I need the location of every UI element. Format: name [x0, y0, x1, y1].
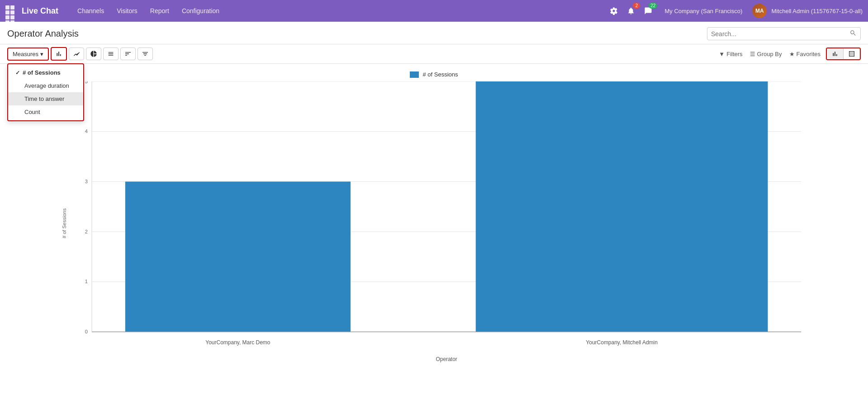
- check-icon: ✓: [15, 70, 20, 76]
- svg-text:5: 5: [85, 81, 88, 84]
- measures-item-label: # of Sessions: [23, 69, 61, 76]
- sort-asc-button[interactable]: [120, 48, 136, 60]
- bar-marc-demo[interactable]: [125, 181, 351, 332]
- legend-label-sessions: # of Sessions: [422, 71, 458, 78]
- measures-item-time-answer[interactable]: Time to answer: [8, 92, 83, 105]
- measures-dropdown: ✓ # of Sessions Average duration Time to…: [7, 63, 84, 121]
- avatar[interactable]: MA: [752, 4, 767, 18]
- search-bar: [707, 27, 861, 40]
- nav-configuration[interactable]: Configuration: [175, 0, 226, 22]
- filter-group: ▼ Filters ☰ Group By ★ Favorites: [719, 51, 821, 57]
- pie-chart-button[interactable]: [86, 48, 101, 60]
- measures-button[interactable]: Measures ▾: [7, 48, 49, 61]
- group-by-button[interactable]: ☰ Group By: [750, 51, 782, 57]
- sort-desc-button[interactable]: [138, 48, 153, 60]
- page-header: Operator Analysis: [0, 22, 868, 44]
- app-grid-icon[interactable]: [5, 5, 16, 16]
- main-nav: Channels Visitors Report Configuration: [71, 0, 226, 22]
- page-title: Operator Analysis: [7, 29, 79, 39]
- company-name: My Company (San Francisco): [664, 8, 742, 14]
- measures-item-count[interactable]: Count: [8, 105, 83, 119]
- table-view-button[interactable]: [843, 48, 860, 59]
- notifications-badge: 2: [633, 3, 640, 9]
- svg-text:3: 3: [85, 179, 88, 184]
- messages-icon[interactable]: 22: [642, 5, 655, 17]
- bar-chart-button[interactable]: [51, 47, 67, 61]
- chevron-down-icon: ▾: [40, 51, 43, 57]
- notifications-icon[interactable]: 2: [625, 5, 637, 17]
- toolbar: Measures ▾ ▼ Filters ☰ Group By ★: [0, 44, 868, 64]
- measures-item-label: Time to answer: [24, 95, 64, 102]
- navbar: Live Chat Channels Visitors Report Confi…: [0, 0, 868, 22]
- measures-item-avg-duration[interactable]: Average duration: [8, 79, 83, 92]
- bar-view-button[interactable]: [827, 48, 843, 59]
- app-title[interactable]: Live Chat: [22, 6, 58, 16]
- measures-label: Measures: [13, 51, 38, 57]
- legend-color-sessions: [410, 71, 419, 78]
- chart-svg: # of Sessions 0 1 2 3 4 5 YourCompany, M…: [7, 81, 861, 365]
- view-buttons: [826, 48, 861, 60]
- svg-text:2: 2: [85, 229, 88, 234]
- svg-text:1: 1: [85, 279, 88, 284]
- line-chart-button[interactable]: [69, 48, 84, 60]
- svg-text:4: 4: [85, 128, 88, 134]
- navbar-icons: 2 22 My Company (San Francisco) MA Mitch…: [607, 4, 863, 18]
- messages-badge: 22: [649, 3, 657, 9]
- measures-item-label: Average duration: [24, 82, 69, 89]
- filter-icon: ▼: [719, 51, 725, 57]
- settings-icon[interactable]: [607, 5, 620, 17]
- svg-text:YourCompany, Mitchell Admin: YourCompany, Mitchell Admin: [586, 339, 658, 346]
- favorites-label: Favorites: [797, 51, 821, 57]
- nav-visitors[interactable]: Visitors: [110, 0, 144, 22]
- nav-report[interactable]: Report: [144, 0, 175, 22]
- search-input[interactable]: [711, 30, 849, 38]
- svg-text:Operator: Operator: [436, 356, 457, 362]
- svg-text:YourCompany, Marc Demo: YourCompany, Marc Demo: [205, 339, 270, 346]
- nav-channels[interactable]: Channels: [71, 0, 110, 22]
- stack-button[interactable]: [103, 48, 119, 60]
- filters-button[interactable]: ▼ Filters: [719, 51, 742, 57]
- chart-legend: # of Sessions: [7, 71, 861, 78]
- filters-label: Filters: [726, 51, 742, 57]
- svg-text:0: 0: [85, 329, 88, 334]
- measures-item-sessions[interactable]: ✓ # of Sessions: [8, 66, 83, 79]
- bar-mitchell-admin[interactable]: [476, 81, 768, 332]
- favorites-button[interactable]: ★ Favorites: [789, 51, 821, 57]
- group-by-label: Group By: [757, 51, 782, 57]
- group-by-icon: ☰: [750, 51, 755, 57]
- search-icon: [849, 29, 857, 38]
- toolbar-right: ▼ Filters ☰ Group By ★ Favorites: [719, 48, 861, 60]
- star-icon: ★: [789, 51, 795, 57]
- user-name: Mitchell Admin (11576767-15-0-all): [771, 8, 863, 14]
- measures-item-label: Count: [24, 109, 40, 115]
- svg-text:# of Sessions: # of Sessions: [62, 208, 67, 238]
- chart-area: # of Sessions # of Sessions 0 1 2 3 4 5 …: [0, 64, 868, 386]
